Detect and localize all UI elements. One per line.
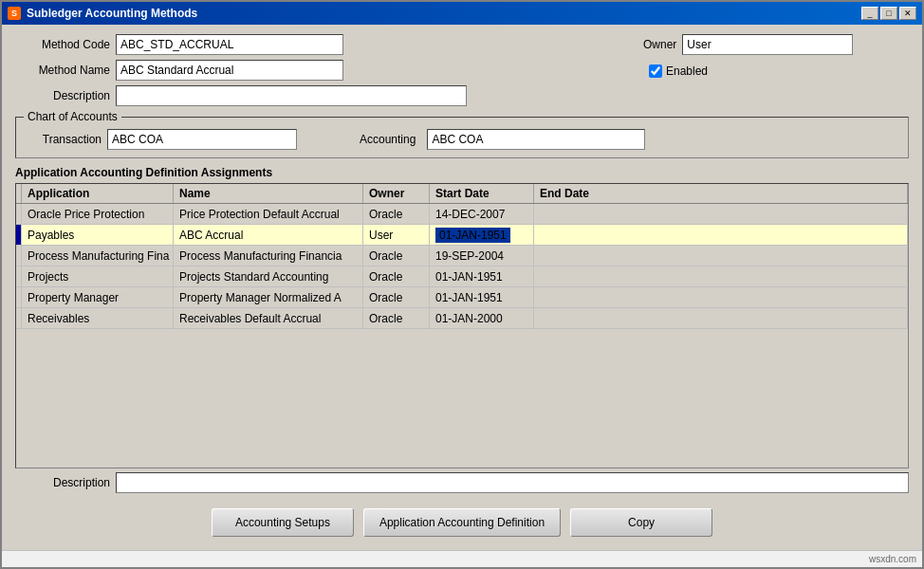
- content-area: Method Code Method Name Description: [2, 25, 922, 550]
- enabled-row: Enabled: [649, 64, 909, 78]
- cell-owner: Oracle: [363, 266, 430, 286]
- method-name-input[interactable]: [116, 60, 343, 81]
- left-form-fields: Method Code Method Name Description: [15, 34, 624, 111]
- coa-group-title: Chart of Accounts: [24, 110, 121, 123]
- method-name-label: Method Name: [15, 64, 110, 77]
- cell-name: ABC Accrual: [174, 225, 363, 245]
- title-bar: S Subledger Accounting Methods _ □ ✕: [2, 2, 922, 25]
- col-header-application: Application: [22, 184, 174, 203]
- cell-end-date: [534, 266, 908, 286]
- owner-input[interactable]: [682, 34, 853, 55]
- enabled-checkbox[interactable]: [649, 64, 662, 78]
- method-code-input[interactable]: [116, 34, 343, 55]
- aad-section: Application Accounting Definition Assign…: [15, 166, 909, 493]
- col-header-start-date: Start Date: [430, 184, 534, 203]
- maximize-button[interactable]: □: [880, 7, 897, 20]
- cell-end-date: [534, 287, 908, 307]
- table-wrapper: Application Name Owner Start Date End Da…: [15, 183, 909, 468]
- accounting-input[interactable]: [427, 129, 645, 150]
- description-top-row: Description: [15, 85, 624, 106]
- cell-application: Oracle Price Protection: [22, 204, 174, 224]
- method-name-row: Method Name: [15, 60, 624, 81]
- table-row[interactable]: Process Manufacturing Fina Process Manuf…: [16, 246, 908, 266]
- cell-start-date: 01-JAN-1951: [430, 266, 534, 286]
- table-row[interactable]: Oracle Price Protection Price Protection…: [16, 204, 908, 225]
- table-body-wrapper: Oracle Price Protection Price Protection…: [16, 204, 908, 468]
- transaction-label: Transaction: [26, 133, 102, 146]
- cell-application: Property Manager: [22, 287, 174, 307]
- window-title: Subledger Accounting Methods: [27, 7, 197, 20]
- cell-owner: User: [363, 225, 430, 245]
- description-top-input[interactable]: [116, 85, 467, 106]
- description-top-label: Description: [15, 89, 110, 102]
- table-header: Application Name Owner Start Date End Da…: [16, 184, 908, 204]
- cell-owner: Oracle: [363, 287, 430, 307]
- owner-label: Owner: [643, 38, 676, 51]
- bottom-description-row: Description: [15, 472, 909, 493]
- right-form-fields: Owner Enabled: [643, 34, 909, 78]
- aad-table: Application Name Owner Start Date End Da…: [15, 183, 909, 468]
- table-row[interactable]: Projects Projects Standard Accounting Or…: [16, 266, 908, 287]
- enabled-label: Enabled: [666, 64, 708, 78]
- title-bar-left: S Subledger Accounting Methods: [8, 7, 197, 20]
- footer-text: wsxdn.com: [869, 554, 916, 564]
- cell-application: Payables: [22, 225, 174, 245]
- cell-name: Property Manager Normalized A: [174, 287, 363, 307]
- cell-end-date: [534, 246, 908, 266]
- coa-row: Transaction Accounting: [26, 125, 898, 150]
- cell-application: Receivables: [22, 308, 174, 328]
- cell-owner: Oracle: [363, 308, 430, 328]
- accounting-setups-button[interactable]: Accounting Setups: [212, 508, 354, 537]
- table-row[interactable]: Property Manager Property Manager Normal…: [16, 287, 908, 308]
- cell-application: Process Manufacturing Fina: [22, 246, 174, 266]
- cell-name: Projects Standard Accounting: [174, 266, 363, 286]
- cell-start-date: 01-JAN-2000: [430, 308, 534, 328]
- chart-of-accounts-group: Chart of Accounts Transaction Accounting: [15, 117, 909, 158]
- cell-start-date: 01-JAN-1951: [430, 225, 534, 245]
- table-row[interactable]: Receivables Receivables Default Accrual …: [16, 308, 908, 329]
- minimize-button[interactable]: _: [861, 7, 878, 20]
- footer-bar: wsxdn.com: [2, 550, 922, 567]
- cell-end-date: [534, 204, 908, 224]
- aad-title: Application Accounting Definition Assign…: [15, 166, 909, 179]
- cell-application: Projects: [22, 266, 174, 286]
- bottom-description-input[interactable]: [116, 472, 909, 493]
- cell-owner: Oracle: [363, 204, 430, 224]
- method-code-row: Method Code: [15, 34, 624, 55]
- main-window: S Subledger Accounting Methods _ □ ✕ Met…: [0, 0, 924, 569]
- transaction-input[interactable]: [107, 129, 297, 150]
- top-form: Method Code Method Name Description: [15, 34, 909, 158]
- bottom-buttons: Accounting Setups Application Accounting…: [15, 501, 909, 541]
- cell-start-date: 01-JAN-1951: [430, 287, 534, 307]
- table-body[interactable]: Oracle Price Protection Price Protection…: [16, 204, 908, 468]
- cell-end-date: [534, 308, 908, 328]
- col-header-owner: Owner: [363, 184, 430, 203]
- window-controls: _ □ ✕: [861, 7, 916, 20]
- cell-start-date: 19-SEP-2004: [430, 246, 534, 266]
- cell-end-date: [534, 225, 908, 245]
- cell-name: Process Manufacturing Financia: [174, 246, 363, 266]
- bottom-description-label: Description: [15, 476, 110, 489]
- cell-start-date: 14-DEC-2007: [430, 204, 534, 224]
- cell-name: Price Protection Default Accrual: [174, 204, 363, 224]
- col-header-end-date: End Date: [534, 184, 908, 203]
- method-code-label: Method Code: [15, 38, 110, 51]
- app-icon: S: [8, 7, 21, 20]
- table-row[interactable]: Payables ABC Accrual User 01-JAN-1951: [16, 225, 908, 246]
- cell-owner: Oracle: [363, 246, 430, 266]
- application-accounting-definition-button[interactable]: Application Accounting Definition: [363, 508, 561, 537]
- owner-row: Owner: [643, 34, 909, 55]
- accounting-label: Accounting: [360, 133, 416, 146]
- start-date-selected: 01-JAN-1951: [435, 228, 510, 243]
- col-header-name: Name: [174, 184, 363, 203]
- close-button[interactable]: ✕: [899, 7, 916, 20]
- copy-button[interactable]: Copy: [570, 508, 712, 537]
- cell-name: Receivables Default Accrual: [174, 308, 363, 328]
